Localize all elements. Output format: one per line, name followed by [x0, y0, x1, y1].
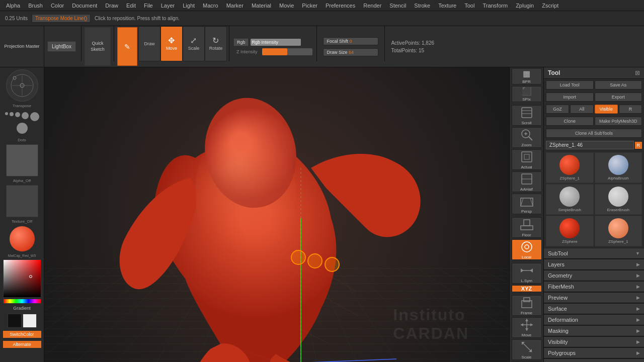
alphabrush-brush[interactable]: AlphaBrush	[595, 152, 642, 183]
swatch-black[interactable]	[8, 314, 22, 328]
switch-color-button[interactable]: SwitchColor	[3, 331, 41, 338]
save-as-button[interactable]: Save As	[595, 80, 642, 89]
main-canvas[interactable]	[44, 67, 509, 362]
menu-brush[interactable]: Brush	[24, 2, 47, 10]
zoom-button[interactable]: Zoom	[512, 127, 542, 148]
menu-alpha[interactable]: Alpha	[2, 2, 24, 10]
texture-preview[interactable]	[6, 185, 38, 217]
color-picker[interactable]	[3, 259, 41, 304]
focal-shift-button[interactable]: Focal Shift 0	[323, 37, 378, 45]
export-button[interactable]: Export	[595, 93, 642, 102]
z-intensity-slider[interactable]	[262, 48, 312, 55]
swatch-white[interactable]	[23, 314, 37, 328]
menu-file[interactable]: File	[140, 2, 157, 10]
menu-layer[interactable]: Layer	[157, 2, 179, 10]
menu-picker[interactable]: Picker	[298, 2, 321, 10]
surface-section[interactable]: Surface ▶	[544, 303, 644, 314]
actual-button[interactable]: Actual	[512, 149, 542, 170]
deformation-section[interactable]: Deformation ▶	[544, 314, 644, 325]
color-gradient[interactable]	[3, 259, 41, 298]
scale-button[interactable]: ⤢ Scale	[183, 26, 205, 61]
menu-draw[interactable]: Draw	[101, 2, 122, 10]
click-hint: Click to reposition. Press shift to alig…	[92, 16, 183, 21]
lightbox-button[interactable]: LightBox	[44, 26, 79, 67]
lsym-button[interactable]: L.Sym	[512, 263, 542, 284]
menu-color[interactable]: Color	[47, 2, 68, 10]
scale-icon-button[interactable]: Scale	[512, 339, 542, 360]
rgb-intensity-slider[interactable]: Rgb Intensity	[251, 39, 301, 46]
menu-light[interactable]: Light	[179, 2, 199, 10]
contact-section[interactable]: Contact ▶	[544, 358, 644, 362]
import-button[interactable]: Import	[546, 93, 594, 102]
menu-stroke[interactable]: Stroke	[410, 2, 434, 10]
quick-sketch-button[interactable]: Quick Sketch	[85, 27, 111, 66]
polygroups-section[interactable]: Polygroups ▶	[544, 347, 644, 358]
svg-point-21	[522, 242, 532, 252]
draw-button[interactable]: Draw	[138, 26, 160, 61]
zsphere-r-button[interactable]: R	[635, 142, 642, 149]
gizmo-widget[interactable]	[6, 69, 38, 102]
load-tool-button[interactable]: Load Tool	[546, 80, 594, 89]
menu-tool[interactable]: Tool	[460, 2, 478, 10]
layers-section[interactable]: Layers ▶	[544, 259, 644, 270]
rotate-button[interactable]: ↻ Rotate	[205, 26, 227, 61]
color-selector[interactable]	[29, 275, 32, 278]
hue-bar[interactable]	[3, 299, 41, 304]
menu-movie[interactable]: Movie	[275, 2, 298, 10]
menu-macro[interactable]: Macro	[199, 2, 222, 10]
scroll-button[interactable]: Scroll	[512, 105, 542, 126]
menu-material[interactable]: Material	[248, 2, 275, 10]
visibility-section[interactable]: Visibility ▶	[544, 336, 644, 347]
frame-button[interactable]: Frame	[512, 295, 542, 316]
make-polymesh3d-button[interactable]: Make PolyMesh3D	[595, 117, 642, 126]
alternate-button[interactable]: Alternate	[3, 341, 41, 348]
xyz-button[interactable]: XYZ	[512, 285, 542, 292]
menu-zscript[interactable]: Zscript	[538, 2, 562, 10]
zsphere-brush[interactable]: ZSphere	[546, 216, 594, 246]
menu-document[interactable]: Document	[68, 2, 101, 10]
edit-mode-button[interactable]: ✎	[117, 27, 137, 66]
move-icon-button[interactable]: Move	[512, 317, 542, 338]
info-bar: 0.25 Units Transpose Mode Line() Click t…	[0, 11, 644, 26]
menu-zplugin[interactable]: Zplugin	[512, 2, 538, 10]
geometry-section[interactable]: Geometry ▶	[544, 270, 644, 281]
all-button[interactable]: All	[570, 105, 593, 114]
zsphere1-2-brush[interactable]: ZSphere_1	[595, 216, 642, 246]
draw-size-button[interactable]: Draw Size 64	[323, 48, 378, 56]
menu-preferences[interactable]: Preferences	[321, 2, 359, 10]
projection-master-button[interactable]: Projection Master	[0, 26, 44, 67]
aahalf-button[interactable]: AAHalf	[512, 171, 542, 192]
local-button[interactable]: Local	[512, 239, 542, 260]
persp-button[interactable]: Persp	[512, 194, 542, 214]
subtool-section[interactable]: SubTool ▼	[544, 248, 644, 259]
canvas-area[interactable]: InstitutoCARDAN	[44, 67, 509, 362]
menu-texture[interactable]: Texture	[434, 2, 460, 10]
eraserbrush-brush[interactable]: EraserBrush	[595, 184, 642, 215]
fibermesh-section[interactable]: FiberMesh ▶	[544, 281, 644, 292]
r-button[interactable]: R	[619, 105, 642, 114]
menu-render[interactable]: Render	[359, 2, 385, 10]
spix-button[interactable]: ⬛ SPix	[512, 86, 542, 102]
menu-stencil[interactable]: Stencil	[385, 2, 410, 10]
units-info: 0.25 Units	[2, 16, 31, 21]
rgb-button[interactable]: Rgb	[233, 38, 249, 46]
transpose-mode-button[interactable]: Transpose Mode Line()	[32, 14, 91, 23]
zsphere1-brush[interactable]: ZSphere_1	[546, 152, 594, 183]
menu-edit[interactable]: Edit	[122, 2, 140, 10]
preview-section[interactable]: Preview ▶	[544, 292, 644, 303]
goz-row: GoZ All Visible R	[544, 103, 644, 115]
clone-button[interactable]: Clone	[546, 117, 594, 126]
visible-button[interactable]: Visible	[595, 105, 618, 114]
goz-button[interactable]: GoZ	[546, 105, 569, 114]
menu-transform[interactable]: Transform	[478, 2, 512, 10]
masking-section[interactable]: Masking ▶	[544, 325, 644, 336]
material-ball[interactable]	[9, 226, 35, 252]
menu-marker[interactable]: Marker	[222, 2, 248, 10]
clone-all-button[interactable]: Clone All SubTools	[546, 129, 642, 138]
move-button[interactable]: ✥ Move	[160, 26, 183, 61]
bpr-button[interactable]: ▦ BPR	[512, 68, 542, 84]
alpha-preview[interactable]	[6, 144, 38, 176]
floor-button[interactable]: Floor	[512, 217, 542, 238]
simplebrush-brush[interactable]: SimpleBrush	[546, 184, 594, 215]
tool-panel-close-button[interactable]: ⊠	[635, 69, 640, 76]
